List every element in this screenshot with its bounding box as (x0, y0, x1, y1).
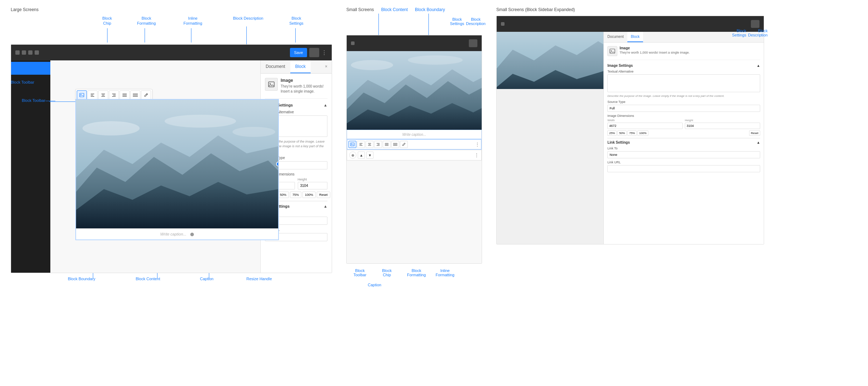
sse-tab-document[interactable]: Document (604, 32, 627, 42)
reset-btn[interactable]: Reset (317, 192, 330, 198)
pct-100-btn[interactable]: 100% (302, 192, 316, 198)
svg-rect-42 (377, 145, 380, 146)
large-screens-title: Large Screens (11, 7, 332, 12)
sse-title: Small Screens (Block Sidebar Expanded) (496, 7, 764, 12)
panel-tab-document[interactable]: Document (261, 60, 290, 73)
ls-topbar-dot-4 (35, 50, 39, 55)
svg-rect-39 (368, 145, 371, 146)
sse-source-input[interactable] (607, 105, 760, 112)
ls-topbar-dot-1 (15, 50, 20, 55)
svg-point-31 (408, 55, 463, 65)
svg-rect-0 (80, 93, 84, 97)
ss-toolbar-align3[interactable] (374, 141, 382, 148)
panel-block-info: Image They're worth 1,000 words! Insert … (281, 78, 327, 94)
ss-move-circle[interactable]: ⊕ (349, 152, 356, 159)
sse-width-label: Width (607, 119, 683, 122)
block-boundary-v-line (428, 14, 429, 35)
panel-tabs: Document Block × (261, 60, 332, 74)
svg-point-22 (165, 115, 236, 128)
ls-topbar-dots: ⋮ (321, 49, 327, 56)
ss-move-down[interactable]: ▼ (366, 152, 373, 159)
ss-toolbar-edit[interactable] (400, 141, 408, 148)
block-content-line (157, 273, 157, 278)
ss-toolbar-align1[interactable] (357, 141, 365, 148)
image-settings-accordion[interactable]: ▲ (323, 103, 327, 107)
height-input[interactable] (298, 182, 328, 189)
ls-save-button[interactable]: Save (290, 48, 307, 57)
svg-rect-32 (351, 143, 354, 146)
svg-rect-16 (133, 96, 138, 97)
panel-block-description: Image They're worth 1,000 words! Insert … (265, 78, 327, 99)
ss-toolbar-more[interactable]: ⋮ (475, 142, 480, 147)
panel-close-button[interactable]: × (321, 60, 332, 73)
ss-inline-formatting-label: InlineFormatting (436, 268, 455, 277)
svg-rect-36 (360, 145, 363, 146)
sse-width-input[interactable] (607, 123, 683, 129)
sse-height-field: Height (685, 119, 760, 129)
ss-dot-1 (351, 41, 355, 45)
sse-image-settings-title: Image Settings ▲ (607, 64, 760, 68)
svg-point-23 (232, 127, 275, 137)
toolbar-wide-btn[interactable] (130, 90, 140, 100)
sse-header: Small Screens (Block Sidebar Expanded) (496, 7, 764, 12)
sse-pct-75[interactable]: 75% (627, 130, 637, 136)
main-container: Large Screens BlockChip BlockFormatting … (0, 0, 868, 305)
ss-toolbar-align4[interactable] (383, 141, 391, 148)
svg-point-53 (611, 50, 612, 51)
sse-pct-50[interactable]: 50% (617, 130, 627, 136)
panel-block-name: Image (281, 78, 327, 83)
ss-toolbar-image-btn[interactable] (348, 141, 356, 148)
sse-block-description-annotation: BlockDescription (748, 29, 768, 37)
svg-rect-8 (112, 94, 116, 94)
link-settings-accordion[interactable]: ▲ (323, 204, 327, 208)
ls-topbar-dot-3 (28, 50, 32, 55)
sse-block-settings-annotation: BlockSettings (732, 29, 746, 37)
svg-rect-2 (91, 94, 94, 94)
sse-tab-block[interactable]: Block (627, 32, 643, 42)
svg-rect-15 (133, 95, 138, 96)
sse-height-input[interactable] (685, 123, 760, 129)
sse-alt-input[interactable] (607, 74, 760, 92)
svg-rect-4 (91, 96, 94, 97)
pct-50-btn[interactable]: 50% (277, 192, 289, 198)
sse-content: Document Block Image They're worth 1,000… (497, 32, 764, 244)
ss-toolbar-align5[interactable] (391, 141, 399, 148)
block-chip-annotation: BlockChip (96, 16, 118, 26)
ss-block-toolbar-label: BlockToolbar (353, 268, 366, 277)
ss-topbar-btn (469, 39, 477, 47)
svg-rect-24 (269, 82, 274, 87)
svg-rect-5 (101, 94, 105, 94)
toolbar-full-width-btn[interactable] (120, 90, 130, 100)
sse-reset-btn[interactable]: Reset (749, 130, 760, 136)
ss-block-toolbar: ⋮ (347, 139, 482, 150)
svg-rect-48 (393, 145, 397, 146)
ss-move-more[interactable]: ⋮ (474, 152, 479, 158)
caption-placeholder: Write caption... (160, 232, 186, 236)
sse-link-accordion[interactable]: ▲ (757, 140, 760, 144)
svg-rect-46 (393, 143, 397, 144)
sse-pct-25[interactable]: 25% (607, 130, 617, 136)
sse-image-settings-accordion[interactable]: ▲ (757, 64, 760, 68)
ss-move-up[interactable]: ▲ (358, 152, 365, 159)
sse-pct-100[interactable]: 100% (637, 130, 648, 136)
image-block: Write caption... (75, 99, 279, 240)
block-settings-annotation-large: BlockSettings (282, 16, 311, 26)
ls-topbar-dot-2 (22, 50, 26, 55)
sse-link-url-input[interactable] (607, 165, 760, 172)
toolbar-align-left-btn[interactable] (87, 90, 97, 100)
ss-toolbar-align2[interactable] (366, 141, 373, 148)
svg-rect-37 (368, 143, 371, 144)
svg-rect-12 (122, 95, 127, 96)
panel-tab-block[interactable]: Block (290, 60, 311, 73)
svg-rect-41 (377, 144, 380, 145)
toolbar-edit-btn[interactable] (141, 90, 151, 100)
sse-block-icon (607, 46, 617, 56)
toolbar-image-btn[interactable] (77, 90, 87, 100)
sse-link-to-input[interactable] (607, 151, 760, 158)
toolbar-align-center-btn[interactable] (98, 90, 108, 100)
ss-caption-label: Caption (368, 283, 381, 287)
block-formatting-annotation: BlockFormatting (132, 16, 161, 26)
sse-width-field: Width (607, 119, 683, 129)
toolbar-align-right-btn[interactable] (109, 90, 119, 100)
pct-75-btn[interactable]: 75% (290, 192, 301, 198)
